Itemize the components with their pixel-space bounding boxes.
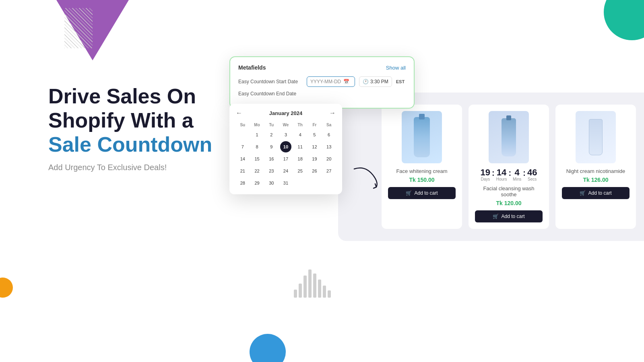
product-image-2 [489, 111, 529, 163]
timezone-badge: EST [396, 79, 405, 84]
calendar-day[interactable]: 8 [252, 141, 263, 152]
blue-circle-decoration [250, 334, 286, 362]
metafields-header: Metafields Show all [238, 64, 406, 71]
headline-part2: Sale Countdown [48, 133, 212, 156]
bars-decoration [294, 269, 331, 298]
calendar-day[interactable]: 18 [295, 153, 306, 165]
calendar-day[interactable]: 16 [266, 153, 277, 165]
countdown-hours: 14 Hours [496, 168, 507, 181]
calendar-day[interactable]: 10 [280, 141, 291, 152]
product-price-2: Tk 120.00 [475, 200, 543, 206]
countdown-days-num: 19 [481, 168, 490, 177]
add-to-cart-button-2[interactable]: 🛒 Add to cart [475, 210, 543, 222]
products-row: Face whitening cream Tk 150.00 🛒 Add to … [346, 105, 636, 229]
end-date-label: Easy Countdown End Date [238, 91, 303, 97]
add-to-cart-button-1[interactable]: 🛒 Add to cart [388, 187, 456, 199]
calendar-header: ← January 2024 → [236, 109, 336, 117]
calendar-day[interactable]: 4 [295, 129, 306, 140]
product-price-1: Tk 150.00 [388, 177, 456, 183]
calendar-title: January 2024 [269, 110, 302, 116]
countdown-days-label: Days [481, 177, 490, 181]
calendar-day[interactable]: 30 [266, 177, 277, 189]
tube-icon-3 [589, 119, 603, 155]
metafields-title: Metafields [238, 64, 266, 71]
calendar-day[interactable]: 29 [252, 177, 263, 189]
calendar-day[interactable]: 19 [309, 153, 320, 165]
store-panel: Face whitening cream Tk 150.00 🛒 Add to … [338, 93, 644, 241]
calendar-day[interactable]: 28 [237, 177, 248, 189]
calendar-day[interactable]: 27 [323, 165, 334, 177]
calendar-next-button[interactable]: → [329, 109, 336, 117]
cart-label-3: Add to cart [588, 190, 611, 196]
countdown-mins: 4 Mins [513, 168, 521, 181]
calendar-day[interactable]: 11 [295, 141, 306, 152]
product-name-3: Night cream nicotinamide [562, 168, 630, 174]
calendar-popup: ← January 2024 → SuMoTuWeThFrSa123456789… [229, 104, 342, 194]
hero-content: Drive Sales On Shopify With a Sale Count… [48, 84, 225, 172]
countdown-mins-label: Mins [513, 177, 521, 181]
cart-label-1: Add to cart [414, 190, 438, 196]
countdown-hours-num: 14 [496, 168, 507, 177]
show-all-link[interactable]: Show all [386, 65, 406, 71]
calendar-day[interactable]: 17 [280, 153, 291, 165]
start-date-label: Easy Countdown Start Date [238, 79, 303, 84]
product-name-2: Facial cleansing wash soothe [475, 185, 543, 197]
orange-circle-decoration [0, 278, 13, 298]
countdown-secs: 46 Secs [527, 168, 537, 181]
headline-part1: Drive Sales On Shopify With a [48, 84, 196, 132]
calendar-day[interactable]: 14 [237, 153, 248, 165]
calendar-day[interactable]: 20 [323, 153, 334, 165]
tube-icon-1 [414, 117, 430, 157]
calendar-day[interactable]: 2 [266, 129, 277, 140]
cart-label-2: Add to cart [501, 214, 524, 219]
countdown-days: 19 Days [481, 168, 490, 181]
calendar-day[interactable]: 6 [323, 129, 334, 140]
metafields-panel: Metafields Show all Easy Countdown Start… [229, 56, 415, 109]
calendar-icon: 📅 [343, 79, 349, 84]
add-to-cart-button-3[interactable]: 🛒 Add to cart [562, 187, 630, 199]
calendar-grid: SuMoTuWeThFrSa12345678910111213141516171… [236, 121, 336, 189]
countdown-mins-num: 4 [513, 168, 521, 177]
calendar-day[interactable]: 22 [252, 165, 263, 177]
product-card-3: Night cream nicotinamide Tk 126.00 🛒 Add… [555, 105, 636, 229]
calendar-day[interactable]: 5 [309, 129, 320, 140]
calendar-day[interactable]: 31 [280, 177, 291, 189]
page-title: Drive Sales On Shopify With a Sale Count… [48, 84, 225, 156]
product-card-1: Face whitening cream Tk 150.00 🛒 Add to … [382, 105, 462, 229]
calendar-day-header: Fr [308, 121, 322, 128]
calendar-day[interactable]: 26 [309, 165, 320, 177]
calendar-day-header: Su [236, 121, 250, 128]
calendar-day[interactable]: 3 [280, 129, 291, 140]
product-card-2: 19 Days : 14 Hours : 4 Mins : 46 Secs [469, 105, 549, 229]
calendar-day[interactable]: 9 [266, 141, 277, 152]
calendar-day[interactable]: 1 [252, 129, 263, 140]
date-placeholder: YYYY-MM-DD [310, 79, 341, 84]
calendar-day[interactable]: 15 [252, 153, 263, 165]
calendar-day[interactable]: 21 [237, 165, 248, 177]
hatch-decoration [64, 8, 93, 48]
countdown-sep-2: : [508, 169, 511, 181]
date-input[interactable]: YYYY-MM-DD 📅 [307, 76, 355, 87]
calendar-day[interactable]: 7 [237, 141, 248, 152]
calendar-day[interactable]: 25 [295, 165, 306, 177]
green-circle-decoration [604, 0, 644, 40]
calendar-prev-button[interactable]: ← [236, 109, 242, 117]
countdown-secs-num: 46 [527, 168, 537, 177]
end-date-row: Easy Countdown End Date [238, 91, 406, 97]
calendar-day[interactable]: 13 [323, 141, 334, 152]
time-input[interactable]: 🕐 3:30 PM [359, 76, 392, 87]
calendar-day[interactable]: 24 [280, 165, 291, 177]
calendar-day[interactable]: 23 [266, 165, 277, 177]
clock-icon: 🕐 [363, 79, 369, 84]
arrow-decoration [350, 161, 382, 193]
product-image-1 [402, 111, 442, 163]
product-price-3: Tk 126.00 [562, 177, 630, 183]
calendar-day[interactable]: 12 [309, 141, 320, 152]
product-name-1: Face whitening cream [388, 168, 456, 174]
calendar-day-header: We [279, 121, 293, 128]
product-image-3 [576, 111, 616, 163]
countdown-secs-label: Secs [527, 177, 537, 181]
calendar-day-header: Tu [264, 121, 278, 128]
tube-icon-2 [502, 118, 516, 156]
cart-icon-1: 🛒 [406, 190, 412, 196]
